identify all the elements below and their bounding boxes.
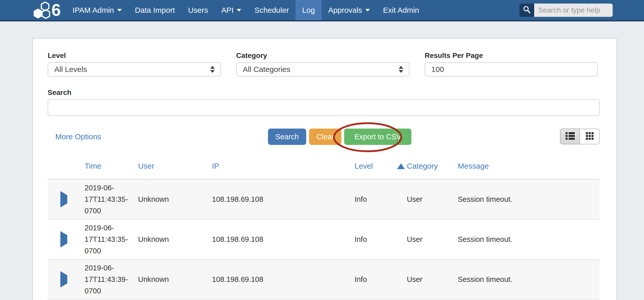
table-header-row: Time User IP Level Category Message <box>48 145 600 179</box>
clear-button[interactable]: Clear <box>309 129 341 145</box>
search-button[interactable]: Search <box>268 129 306 145</box>
logo-text: 6 <box>51 0 61 20</box>
level-select-value: All Levels <box>54 65 87 74</box>
export-to-csv-button[interactable]: Export to CSV <box>344 129 411 145</box>
nav-item-label: Data Import <box>135 6 175 15</box>
level-select[interactable]: All Levels <box>48 62 221 77</box>
grid-view-button[interactable] <box>580 129 600 144</box>
expander-header <box>48 145 85 179</box>
cell-ip: 108.198.69.108 <box>212 219 355 259</box>
caret-down-icon <box>365 9 370 11</box>
cell-message: Session timeout. <box>458 179 600 220</box>
category-select[interactable]: All Categories <box>236 62 409 77</box>
more-options-link[interactable]: More Options <box>55 132 101 141</box>
actions-row: More Options Search Clear Export to CSV <box>48 129 600 145</box>
cell-category: User <box>407 259 458 299</box>
search-icon <box>522 5 531 15</box>
log-panel: Level All Levels Category All Categories… <box>32 38 617 300</box>
nav-item-api[interactable]: API <box>215 0 248 20</box>
column-header-level-label: Level <box>355 162 373 170</box>
column-header-level[interactable]: Level <box>355 145 407 179</box>
select-spinner-icon <box>210 66 215 73</box>
cell-level: Info <box>355 259 407 299</box>
cell-ip: 108.198.69.108 <box>212 259 355 299</box>
nav-item-exit-admin[interactable]: Exit Admin <box>377 0 426 20</box>
cell-user: Unknown <box>138 179 212 220</box>
expand-row-icon[interactable] <box>60 271 67 288</box>
cell-time: 2019-06-17T11:43:35-0700 <box>85 179 138 220</box>
list-view-icon <box>566 132 575 141</box>
nav-item-log[interactable]: Log <box>296 0 321 20</box>
nav-item-label: Log <box>302 6 315 15</box>
nav-item-scheduler[interactable]: Scheduler <box>248 0 296 20</box>
global-search <box>519 0 613 20</box>
cell-message: Session timeout. <box>458 219 600 259</box>
table-row: 2019-06-17T11:43:39-0700 Unknown 108.198… <box>48 259 600 299</box>
list-view-button[interactable] <box>560 129 580 144</box>
view-toggle <box>560 129 600 144</box>
log-search-input[interactable] <box>48 99 600 116</box>
cell-time: 2019-06-17T11:43:35-0700 <box>85 219 138 259</box>
nav-item-label: Exit Admin <box>383 6 419 15</box>
nav-menu: IPAM Admin Data Import Users API Schedul… <box>66 0 426 20</box>
column-header-category[interactable]: Category <box>407 145 458 179</box>
column-header-ip[interactable]: IP <box>212 145 355 179</box>
search-field-group: Search <box>48 89 600 116</box>
cell-user: Unknown <box>138 219 212 259</box>
button-group: Search Clear Export to CSV <box>268 129 411 145</box>
table-row: 2019-06-17T11:43:35-0700 Unknown 108.198… <box>48 179 600 220</box>
log-table: Time User IP Level Category Message 2019… <box>48 145 600 300</box>
results-per-page-input[interactable] <box>425 62 598 77</box>
nav-item-label: IPAM Admin <box>73 6 114 15</box>
table-row: 2019-06-17T11:43:35-0700 Unknown 108.198… <box>48 219 600 259</box>
nav-item-label: Users <box>188 6 208 15</box>
cell-category: User <box>407 179 458 220</box>
caret-down-icon <box>117 9 122 11</box>
column-header-message[interactable]: Message <box>458 145 600 179</box>
cell-user: Unknown <box>138 259 212 299</box>
sort-ascending-icon[interactable] <box>397 163 405 169</box>
select-spinner-icon <box>399 66 403 73</box>
search-label: Search <box>48 89 600 96</box>
expand-row-icon[interactable] <box>60 191 67 207</box>
expand-row-icon[interactable] <box>60 231 67 247</box>
results-per-page-label: Results Per Page <box>425 52 598 59</box>
nav-item-label: Scheduler <box>254 6 289 15</box>
nav-item-label: API <box>221 6 234 15</box>
nav-spacer <box>426 0 519 20</box>
top-navbar: 6 IPAM Admin Data Import Users API Sched… <box>0 0 644 21</box>
nav-item-label: Approvals <box>328 6 362 15</box>
level-label: Level <box>48 52 221 59</box>
column-header-time[interactable]: Time <box>85 145 138 179</box>
nav-item-data-import[interactable]: Data Import <box>128 0 182 20</box>
grid-view-icon <box>586 132 594 141</box>
caret-down-icon <box>237 9 241 11</box>
app-logo[interactable]: 6 <box>34 0 61 20</box>
nav-item-approvals[interactable]: Approvals <box>321 0 376 20</box>
search-submit-button[interactable] <box>519 4 534 17</box>
global-search-input[interactable] <box>534 4 613 17</box>
cell-message: Session timeout. <box>458 259 600 299</box>
cell-ip: 108.198.69.108 <box>212 179 355 220</box>
column-header-user[interactable]: User <box>138 145 212 179</box>
cell-time: 2019-06-17T11:43:39-0700 <box>85 259 138 299</box>
category-select-value: All Categories <box>243 65 290 74</box>
nav-item-users[interactable]: Users <box>181 0 214 20</box>
cell-level: Info <box>355 219 407 259</box>
filter-row: Level All Levels Category All Categories… <box>48 52 600 77</box>
cell-category: User <box>407 219 458 259</box>
category-label: Category <box>236 52 409 59</box>
nav-item-ipam-admin[interactable]: IPAM Admin <box>66 0 128 20</box>
hexagon-logo-icon <box>34 2 50 19</box>
cell-level: Info <box>355 179 407 220</box>
